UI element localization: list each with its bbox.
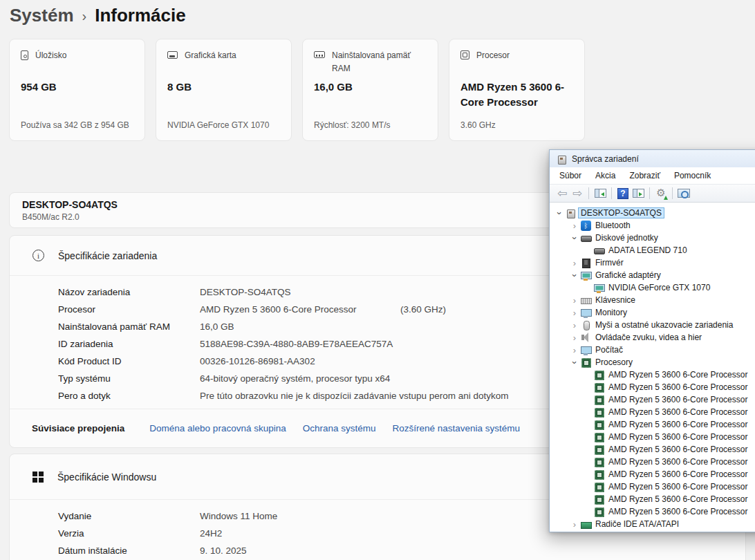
device-tree: › DESKTOP-SO4ATQS › Bluetooth › Diskové … bbox=[550, 204, 755, 531]
info-icon: i bbox=[32, 250, 44, 261]
tree-item-computer[interactable]: › Počítač bbox=[550, 344, 755, 356]
chevron-down-icon[interactable]: › bbox=[555, 208, 564, 218]
chevron-right-icon[interactable]: › bbox=[570, 321, 579, 330]
toolbar-separator bbox=[588, 187, 589, 199]
computer-search-icon[interactable] bbox=[676, 186, 691, 201]
cpu-icon bbox=[594, 382, 604, 393]
tree-item-processor[interactable]: AMD Ryzen 5 3600 6-Core Processor bbox=[550, 393, 755, 406]
tree-item-processor[interactable]: AMD Ryzen 5 3600 6-Core Processor bbox=[550, 368, 755, 381]
back-arrow-icon[interactable]: ⇦ bbox=[554, 186, 570, 201]
gpu-card: Grafická karta 8 GB NVIDIA GeForce GTX 1… bbox=[156, 39, 292, 141]
cpu-icon bbox=[594, 395, 604, 405]
scan-hardware-changes-icon[interactable]: ⚙ bbox=[653, 186, 669, 201]
chevron-down-icon[interactable]: › bbox=[570, 357, 579, 367]
device-manager-icon bbox=[557, 154, 566, 164]
cpu-sub: 3.60 GHz bbox=[460, 120, 496, 130]
chevron-right-icon[interactable]: › bbox=[570, 333, 579, 342]
chevron-right-icon[interactable]: › bbox=[570, 346, 579, 355]
breadcrumb: Systém › Informácie bbox=[10, 1, 186, 29]
chevron-right-icon[interactable]: › bbox=[570, 308, 579, 317]
tree-item-processor[interactable]: AMD Ryzen 5 3600 6-Core Processor bbox=[550, 493, 755, 505]
windows-logo-icon bbox=[32, 472, 44, 483]
tree-item-mice[interactable]: › Myši a ostatné ukazovacie zariadenia bbox=[550, 319, 755, 331]
cpu-icon bbox=[594, 432, 604, 442]
spec-row: Dátum inštalácie 9. 10. 2025 bbox=[58, 542, 745, 559]
tree-item-processor[interactable]: AMD Ryzen 5 3600 6-Core Processor bbox=[550, 381, 755, 393]
chevron-down-icon[interactable]: › bbox=[570, 270, 579, 280]
menu-view[interactable]: Zobraziť bbox=[622, 169, 667, 183]
forward-arrow-icon[interactable]: ⇨ bbox=[570, 186, 585, 201]
tree-item-processor[interactable]: AMD Ryzen 5 3600 6-Core Processor bbox=[550, 418, 755, 431]
tree-item-display-adapters[interactable]: › Grafické adaptéry bbox=[550, 269, 755, 281]
tree-item-nvidia-gtx1070[interactable]: NVIDIA GeForce GTX 1070 bbox=[550, 281, 755, 294]
display-adapter-icon bbox=[581, 270, 591, 281]
audio-icon bbox=[581, 333, 591, 343]
storage-card: Úložisko 954 GB Používa sa 342 GB z 954 … bbox=[9, 39, 145, 141]
tree-item-computer-root[interactable]: › DESKTOP-SO4ATQS bbox=[550, 207, 755, 219]
disk-icon bbox=[594, 245, 604, 256]
breadcrumb-system[interactable]: Systém bbox=[10, 5, 74, 26]
tree-item-keyboards[interactable]: › Klávesnice bbox=[550, 294, 755, 306]
console-tree-toggle-icon[interactable] bbox=[593, 186, 608, 201]
tree-item-processor[interactable]: AMD Ryzen 5 3600 6-Core Processor bbox=[550, 406, 755, 418]
windows-specs-title: Špecifikácie Windowsu bbox=[57, 472, 156, 483]
toolbar-separator bbox=[611, 187, 612, 199]
cpu-icon bbox=[594, 507, 604, 517]
chevron-right-icon[interactable]: › bbox=[570, 259, 579, 268]
cpu-icon bbox=[594, 370, 604, 380]
menu-help[interactable]: Pomocník bbox=[667, 169, 718, 183]
tree-item-ide-controllers[interactable]: › Radiče IDE ATA/ATAPI bbox=[550, 518, 755, 530]
tree-item-processor[interactable]: AMD Ryzen 5 3600 6-Core Processor bbox=[550, 468, 755, 480]
cpu-value: AMD Ryzen 5 3600 6-Core Processor bbox=[460, 80, 576, 110]
tree-item-processor[interactable]: AMD Ryzen 5 3600 6-Core Processor bbox=[550, 480, 755, 493]
gpu-value: 8 GB bbox=[167, 80, 283, 95]
cpu-clock: (3.60 GHz) bbox=[400, 304, 446, 315]
ram-sub: Rýchlosť: 3200 MT/s bbox=[314, 120, 391, 130]
toolbar-separator bbox=[649, 187, 650, 199]
card-label: Procesor bbox=[476, 49, 510, 62]
tree-item-processor[interactable]: AMD Ryzen 5 3600 6-Core Processor bbox=[550, 431, 755, 443]
help-icon[interactable]: ? bbox=[615, 186, 631, 201]
keyboard-icon bbox=[581, 295, 591, 306]
tree-item-bluetooth[interactable]: › Bluetooth bbox=[550, 219, 755, 232]
cpu-icon bbox=[594, 445, 604, 455]
link-advanced-system-settings[interactable]: Rozšírené nastavenia systému bbox=[393, 423, 521, 433]
cpu-card: Procesor AMD Ryzen 5 3600 6-Core Process… bbox=[449, 39, 585, 141]
menu-action[interactable]: Akcia bbox=[588, 169, 622, 183]
tree-item-adata-legend[interactable]: ADATA LEGEND 710 bbox=[550, 244, 755, 256]
cpu-icon bbox=[460, 50, 469, 59]
properties-icon[interactable] bbox=[631, 186, 646, 201]
computer-icon bbox=[581, 345, 591, 355]
gpu-sub: NVIDIA GeForce GTX 1070 bbox=[167, 120, 269, 130]
storage-sub: Používa sa 342 GB z 954 GB bbox=[21, 120, 129, 130]
tree-item-firmware[interactable]: › Firmvér bbox=[550, 256, 755, 269]
bluetooth-icon bbox=[581, 221, 591, 231]
tree-item-processor[interactable]: AMD Ryzen 5 3600 6-Core Processor bbox=[550, 505, 755, 518]
storage-icon bbox=[21, 50, 28, 60]
menu-file[interactable]: Súbor bbox=[552, 169, 588, 183]
link-domain-workgroup[interactable]: Doména alebo pracovná skupina bbox=[149, 423, 286, 433]
computer-icon bbox=[566, 208, 576, 218]
chevron-down-icon[interactable]: › bbox=[570, 233, 579, 243]
page-title: Informácie bbox=[95, 5, 186, 26]
storage-value: 954 GB bbox=[21, 80, 136, 95]
cpu-icon bbox=[594, 457, 604, 467]
device-manager-titlebar[interactable]: Správca zariadení bbox=[550, 150, 755, 167]
device-manager-toolbar: ⇦ ⇨ ? ⚙ bbox=[550, 184, 755, 203]
tree-item-processor[interactable]: AMD Ryzen 5 3600 6-Core Processor bbox=[550, 456, 755, 468]
mouse-icon bbox=[581, 320, 591, 330]
tree-item-processor[interactable]: AMD Ryzen 5 3600 6-Core Processor bbox=[550, 443, 755, 456]
cpu-icon bbox=[594, 494, 604, 505]
tree-item-sound-controllers[interactable]: › Ovládače zvuku, videa a hier bbox=[550, 331, 755, 344]
chevron-right-icon[interactable]: › bbox=[570, 520, 579, 529]
tree-item-processors[interactable]: › Procesory bbox=[550, 356, 755, 368]
link-system-protection[interactable]: Ochrana systému bbox=[303, 423, 376, 433]
device-manager-window: Správca zariadení Súbor Akcia Zobraziť P… bbox=[549, 149, 755, 532]
chevron-right-icon[interactable]: › bbox=[570, 296, 579, 305]
tree-item-monitors[interactable]: › Monitory bbox=[550, 306, 755, 319]
tree-item-disk-drives[interactable]: › Diskové jednotky bbox=[550, 232, 755, 244]
summary-cards: Úložisko 954 GB Používa sa 342 GB z 954 … bbox=[9, 39, 585, 141]
chevron-right-icon[interactable]: › bbox=[570, 221, 579, 230]
device-manager-menubar: Súbor Akcia Zobraziť Pomocník bbox=[550, 167, 755, 184]
ide-controller-icon bbox=[581, 519, 591, 530]
